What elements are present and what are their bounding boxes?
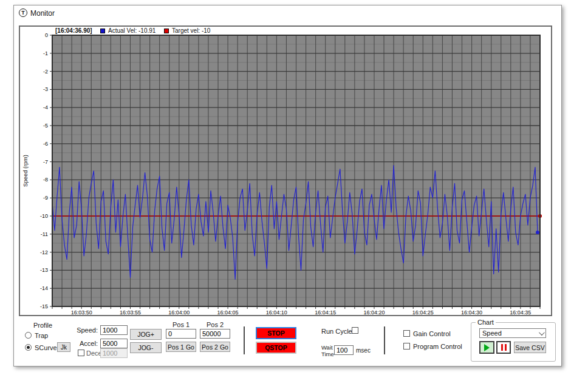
desktop-background: T Monitor 0-1-2-3-4-5-6-7-8-9-10-11-12-1…: [0, 0, 588, 392]
scurve-radio-label[interactable]: SCurve: [35, 344, 57, 351]
svg-text:-4: -4: [43, 104, 48, 110]
svg-text:Speed (rpm): Speed (rpm): [22, 155, 29, 187]
actual-vel-legend-label: Actual Vel: -10.91: [108, 27, 156, 34]
svg-text:-15: -15: [40, 303, 48, 309]
wait-label-line2: Time: [321, 351, 334, 357]
chart-select-value: Speed: [482, 329, 502, 337]
svg-text:-2: -2: [43, 69, 48, 75]
gain-control-checkbox[interactable]: [403, 330, 410, 337]
title-bar[interactable]: T Monitor: [14, 5, 561, 21]
chart-groupbox-label: Chart: [476, 319, 496, 326]
app-logo-icon: T: [19, 8, 27, 17]
chart-select[interactable]: Speed: [479, 328, 546, 338]
accel-input[interactable]: [100, 339, 128, 348]
svg-text:16:04:25: 16:04:25: [412, 309, 434, 315]
svg-text:-7: -7: [43, 159, 48, 165]
speed-input[interactable]: [100, 325, 128, 335]
app-window: T Monitor 0-1-2-3-4-5-6-7-8-9-10-11-12-1…: [13, 5, 562, 367]
accel-label: Accel:: [67, 340, 98, 347]
svg-text:-11: -11: [41, 231, 48, 237]
program-control-label[interactable]: Program Control: [413, 343, 462, 350]
decel-checkbox[interactable]: [78, 350, 84, 356]
gain-control-label[interactable]: Gain Control: [413, 330, 451, 337]
chart-header: [16:04:36.90] Actual Vel: -10.91 Target …: [20, 27, 551, 35]
pos1-label: Pos 1: [166, 321, 196, 328]
pos2-go-button[interactable]: Pos 2 Go: [200, 342, 230, 352]
jog-minus-button[interactable]: JOG-: [130, 342, 162, 353]
chart-pause-button[interactable]: [496, 341, 511, 354]
target-vel-legend-label: Target vel: -10: [172, 27, 210, 34]
decel-input: [100, 348, 128, 358]
svg-text:-9: -9: [43, 195, 48, 201]
play-icon: [484, 344, 490, 351]
svg-text:-5: -5: [43, 123, 48, 129]
program-control-checkbox[interactable]: [403, 343, 410, 350]
speed-chart: 0-1-2-3-4-5-6-7-8-9-10-11-12-13-14-1516:…: [20, 27, 551, 315]
svg-text:-8: -8: [43, 177, 48, 183]
svg-text:16:04:30: 16:04:30: [461, 309, 482, 315]
profile-group-label: Profile: [33, 322, 52, 329]
window-title: Monitor: [30, 9, 55, 18]
svg-text:16:04:20: 16:04:20: [363, 309, 385, 315]
msec-label: msec: [356, 347, 371, 354]
speed-label: Speed:: [67, 326, 98, 334]
svg-text:-3: -3: [43, 86, 48, 92]
svg-text:16:04:05: 16:04:05: [217, 309, 239, 315]
pause-icon: [505, 344, 507, 351]
run-cycle-checkbox[interactable]: [352, 327, 358, 334]
chart-play-button[interactable]: [479, 341, 494, 354]
svg-text:-12: -12: [40, 249, 48, 255]
svg-text:-1: -1: [43, 50, 48, 56]
save-csv-button[interactable]: Save CSV: [514, 342, 546, 353]
scurve-radio[interactable]: [25, 344, 32, 351]
svg-text:16:03:50: 16:03:50: [71, 309, 92, 315]
pos2-label: Pos 2: [200, 321, 230, 328]
svg-text:16:04:35: 16:04:35: [510, 309, 531, 315]
pos2-input[interactable]: [200, 329, 230, 339]
svg-text:-10: -10: [40, 213, 48, 219]
svg-text:-13: -13: [40, 267, 48, 273]
trap-radio-label[interactable]: Trap: [35, 332, 48, 339]
trap-radio[interactable]: [25, 332, 32, 339]
pos1-go-button[interactable]: Pos 1 Go: [166, 342, 196, 352]
actual-vel-legend-swatch: [100, 29, 105, 33]
stop-button[interactable]: STOP: [256, 327, 296, 339]
chevron-down-icon: [539, 329, 545, 336]
wait-time-label: Wait Time: [321, 344, 334, 357]
wait-time-input[interactable]: [334, 345, 354, 355]
svg-text:-6: -6: [43, 141, 48, 147]
run-cycle-label: Run Cycle: [321, 328, 352, 335]
pause-icon: [501, 344, 503, 351]
svg-text:16:03:55: 16:03:55: [120, 309, 141, 315]
chart-panel: 0-1-2-3-4-5-6-7-8-9-10-11-12-13-14-1516:…: [19, 25, 552, 316]
qstop-button[interactable]: QSTOP: [256, 342, 296, 354]
target-vel-legend-swatch: [164, 29, 169, 33]
divider-1: [244, 326, 245, 354]
wait-label-line1: Wait: [321, 344, 334, 351]
svg-text:16:04:00: 16:04:00: [168, 309, 190, 315]
svg-text:16:04:10: 16:04:10: [266, 309, 287, 315]
svg-text:-14: -14: [40, 285, 48, 291]
divider-2: [384, 326, 385, 354]
pos1-input[interactable]: [166, 329, 196, 339]
chart-timestamp: [16:04:36.90]: [55, 27, 92, 34]
jog-plus-button[interactable]: JOG+: [130, 329, 162, 340]
svg-text:16:04:15: 16:04:15: [315, 309, 336, 315]
